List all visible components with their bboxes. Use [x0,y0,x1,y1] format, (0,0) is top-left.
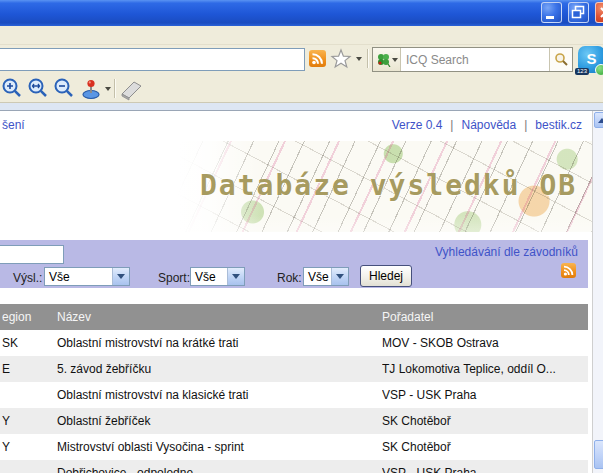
cell-name: Dobřichovice - odpoledne [57,466,382,473]
year-filter-select[interactable]: Vše [303,267,349,286]
close-button[interactable] [595,2,603,23]
icq-search-box [372,47,573,72]
bookmark-dropdown-arrow[interactable] [356,57,362,61]
zoom-reset-button[interactable] [27,77,51,101]
address-input[interactable] [0,48,305,71]
zoom-reset-icon [27,77,51,101]
table-row[interactable]: Dobřichovice - odpoledne VSP - USK Praha [0,460,588,473]
table-row[interactable]: Y Mistrovství oblasti Vysočina - sprint … [0,434,588,460]
zoom-out-button[interactable] [53,77,77,101]
year-filter-label: Rok: [277,271,302,285]
bookmark-star-icon[interactable] [330,48,352,69]
table-row[interactable]: E 5. závod žebříčku TJ Lokomotiva Teplic… [0,356,588,382]
restore-icon [569,3,588,22]
result-filter-value: Vše [45,270,112,284]
address-toolbar: S 123 [0,45,603,75]
eraser-button[interactable] [119,77,143,101]
rss-waves-icon [561,263,576,278]
table-row[interactable]: SK Oblastní mistrovství na krátké trati … [0,330,588,356]
scroll-up-arrow-icon [598,118,603,123]
separator: | [450,118,453,132]
header-region: egion [0,310,57,324]
filter-text-input[interactable] [0,245,64,264]
cell-organizer: SK Chotěboř [382,440,588,454]
cell-organizer: SK Chotěboř [382,414,588,428]
skype-badge: 123 [575,68,589,75]
cell-organizer: TJ Lokomotiva Teplice, oddíl O... [382,362,588,376]
cell-name: 5. závod žebříčku [57,362,382,376]
chevron-down-icon [112,268,129,285]
result-filter-select[interactable]: Vše [44,267,130,286]
header-organizer: Pořadatel [382,310,588,324]
cell-region: SK [0,336,57,350]
help-link[interactable]: Nápověda [461,118,516,132]
competitors-search-link[interactable]: Vyhledávání dle závodníků [435,245,578,259]
chevron-down-icon [331,268,348,285]
skype-icon[interactable]: S 123 [578,46,603,73]
cell-name: Oblastní mistrovství na krátké trati [57,336,382,350]
cell-region: Y [0,414,57,428]
toolbar-separator [367,49,369,68]
header-map-banner: Databáze výsledků OB [178,141,592,232]
sport-filter-label: Sport: [158,271,190,285]
minimize-icon [542,3,561,22]
header-name: Název [57,310,382,324]
cell-name: Oblastní mistrovství na klasické trati [57,388,382,402]
zoom-in-button[interactable] [1,77,25,101]
magnifier-icon [554,52,569,67]
table-row[interactable]: Y Oblastní žebříček SK Chotěboř [0,408,588,434]
results-rss-icon[interactable] [561,263,576,278]
toolbar-separator [114,79,116,98]
cell-organizer: VSP - USK Praha [382,466,588,473]
table-row[interactable]: Oblastní mistrovství na klasické trati V… [0,382,588,408]
rss-feed-icon[interactable] [309,50,326,67]
cell-organizer: MOV - SKOB Ostrava [382,336,588,350]
table-header-row: egion Název Pořadatel [0,304,588,330]
year-filter-value: Vše [304,270,331,284]
results-table: egion Název Pořadatel SK Oblastní mistro… [0,304,588,473]
page-title: Databáze výsledků OB [200,169,577,202]
game-mode-button[interactable] [80,77,104,101]
cell-organizer: VSP - USK Praha [382,388,588,402]
scroll-up-button[interactable] [594,112,603,128]
sport-filter-value: Vše [191,270,227,284]
search-engine-dropdown-arrow [392,58,398,62]
cell-name: Oblastní žebříček [57,414,382,428]
truncated-left-link[interactable]: šení [2,118,25,132]
skype-letter: S [586,50,596,67]
search-engine-button[interactable] [373,48,401,71]
filter-bar: Výsl.: Vše Sport: Vše Rok: Vše Hledej Vy… [0,240,588,288]
web-search-input[interactable] [401,48,549,71]
cell-region: Y [0,440,57,454]
chrome-content-divider [0,103,603,111]
game-mode-dropdown-arrow[interactable] [105,87,111,91]
cell-region: E [0,362,57,376]
cell-name: Mistrovství oblasti Vysočina - sprint [57,440,382,454]
window-titlebar [0,0,603,26]
close-icon [596,3,603,22]
browser-window: S 123 [0,0,603,473]
search-button[interactable]: Hledej [360,265,412,287]
chevron-down-icon [227,268,244,285]
search-go-button[interactable] [549,48,572,71]
scrollbar-thumb[interactable] [594,440,603,469]
page-content: šení Verze 0.4 | Nápověda | bestik.cz Da… [0,111,592,473]
menu-bar [0,26,603,45]
joystick-icon [80,77,104,101]
version-label: Verze 0.4 [392,118,443,132]
restore-button[interactable] [568,2,589,23]
site-link[interactable]: bestik.cz [535,118,582,132]
zoom-out-icon [53,77,77,101]
clover-icon [376,52,391,67]
eraser-icon [119,77,145,101]
zoom-toolbar [0,75,603,103]
star-outline-icon [330,48,352,69]
separator: | [524,118,527,132]
minimize-button[interactable] [541,2,562,23]
zoom-in-icon [1,77,25,101]
result-filter-label: Výsl.: [13,271,42,285]
vertical-scrollbar[interactable] [592,111,603,473]
sport-filter-select[interactable]: Vše [190,267,245,286]
rss-waves-icon [309,50,326,67]
